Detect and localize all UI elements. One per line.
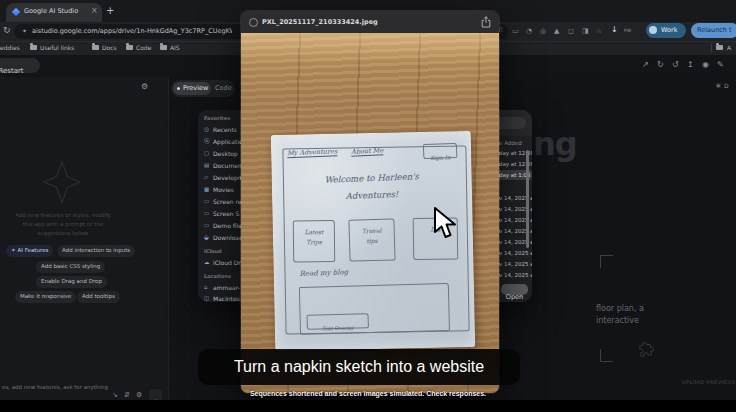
- sidebar-item-macintosh-hd[interactable]: Macintos: [213, 296, 240, 302]
- laptop-icon: ⌂: [204, 285, 208, 291]
- sidebar-item-screen-recordings[interactable]: Screen re: [213, 199, 242, 205]
- extension-icon[interactable]: ◨: [582, 28, 589, 35]
- share-icon[interactable]: [481, 16, 491, 28]
- open-button-label: Open: [506, 293, 523, 301]
- file-row-date[interactable]: v 14, 2025 at: [499, 251, 532, 257]
- site-icon: ✦: [22, 28, 27, 34]
- suggestion-label: Add tooltips: [82, 294, 115, 300]
- sidebar-item-screenshots[interactable]: Screen S: [213, 211, 239, 217]
- suggestion-label: Add basic CSS styling: [41, 264, 100, 270]
- desktop-icon: ▢: [204, 151, 209, 157]
- file-proxy-icon: [249, 18, 258, 27]
- upload-icon[interactable]: ↥: [687, 61, 694, 69]
- folder-icon: [92, 45, 99, 50]
- download-icon[interactable]: ↓: [611, 26, 618, 34]
- sidebar-item-desktop[interactable]: Desktop: [213, 151, 238, 157]
- new-tab-icon[interactable]: +: [106, 6, 114, 16]
- sidebar-item-movies[interactable]: Movies: [213, 187, 234, 193]
- github-icon[interactable]: ◉: [702, 61, 709, 69]
- active-dot-icon: [177, 87, 180, 90]
- bookmark-item[interactable]: Code: [136, 45, 151, 51]
- file-row-date[interactable]: v 14, 2025 at: [499, 262, 532, 268]
- card-label: tips: [350, 237, 394, 244]
- suggestion-chip[interactable]: Add tooltips: [77, 291, 120, 303]
- movies-icon: ▦: [204, 187, 209, 193]
- bookmarks-divider: [711, 43, 712, 52]
- sidebar-section-header: Locations: [204, 274, 231, 279]
- sketch-signin-label: Sign In: [430, 154, 450, 161]
- napkin: My Adventures About Me Sign In Welcome t…: [271, 131, 475, 351]
- sidebar-item-demo-files[interactable]: Demo file: [213, 223, 242, 229]
- sidebar-item-computer[interactable]: ammaar-: [213, 285, 240, 291]
- suggestion-chip[interactable]: Add basic CSS styling: [36, 261, 105, 273]
- extension-icon[interactable]: ☆: [596, 28, 602, 35]
- caption-title: Turn a napkin sketch into a website: [234, 358, 484, 375]
- suggestion-chip[interactable]: Make it responsive: [15, 291, 76, 303]
- sketch-blog-button-label: Text Overlay: [322, 325, 354, 332]
- sketch-nav-about-me: About Me: [351, 147, 383, 155]
- sidebar-item-icloud-drive[interactable]: iCloud Dr: [213, 260, 241, 266]
- sparkle-diamond-icon: [42, 160, 82, 204]
- applications-icon: Ⓐ: [204, 139, 210, 145]
- scrollbar[interactable]: [526, 150, 529, 248]
- folder-icon: ▭: [204, 199, 209, 205]
- sidebar-item-recents[interactable]: Recents: [213, 127, 237, 133]
- restart-button[interactable]: Restart: [0, 58, 40, 73]
- all-bookmarks-folder-icon[interactable]: [716, 45, 723, 50]
- extension-icon[interactable]: ▲: [554, 28, 559, 35]
- extension-icon[interactable]: ▭: [512, 28, 519, 35]
- empty-state-line: this app with a prompt or the: [2, 220, 124, 229]
- deploy-partial-label[interactable]: D: [724, 83, 729, 89]
- documents-icon: ▤: [204, 163, 209, 169]
- suggestion-chip[interactable]: Add interaction to inputs: [57, 245, 135, 257]
- empty-state-text: Add new features or styles, modify this …: [2, 211, 124, 237]
- sketch-signin-box: Sign In: [423, 143, 458, 159]
- pw-extension-icon[interactable]: PW: [624, 29, 631, 34]
- avatar: [649, 26, 657, 34]
- file-row-date[interactable]: v 14, 2025 at: [499, 273, 532, 279]
- bookmark-item[interactable]: Useful links: [40, 45, 74, 51]
- tab-close-icon[interactable]: ×: [91, 7, 98, 15]
- folder-icon: [160, 45, 167, 50]
- disk-icon: ◫: [204, 296, 209, 302]
- history-icon[interactable]: ↺: [672, 61, 679, 69]
- sketch-blog-box: Text Overlay: [299, 283, 450, 335]
- extension-icon[interactable]: ◎: [540, 28, 546, 35]
- selection-corner: [600, 255, 613, 268]
- bookmark-item[interactable]: AIS: [170, 45, 180, 51]
- url-text[interactable]: aistudio.google.com/apps/drive/1n-HnkGdA…: [32, 28, 232, 35]
- puzzle-icon: [635, 337, 658, 360]
- extension-icon[interactable]: ◔: [526, 28, 532, 35]
- development-icon: ▱: [204, 175, 208, 181]
- open-button[interactable]: Open: [501, 284, 528, 295]
- card-label: Trips: [294, 239, 334, 245]
- desk-light-band: [241, 33, 499, 65]
- letterbox-bar: [0, 400, 736, 412]
- modal-filename: PXL_20251117_210333424.jpeg: [262, 19, 378, 26]
- bookmark-item[interactable]: Docs: [102, 45, 117, 51]
- restart-label: Restart: [0, 67, 24, 75]
- suggestion-label: Make it responsive: [20, 294, 71, 300]
- chat-panel: [0, 77, 168, 400]
- upload-partial-label: UPLOAD PREVIOUS: [682, 380, 735, 385]
- suggestion-chip[interactable]: Enable Drag and Drop: [36, 276, 107, 288]
- suggestion-label: Add interaction to inputs: [62, 248, 130, 254]
- column-header-date-added[interactable]: e Added: [499, 141, 522, 147]
- edit-icon[interactable]: ✎: [717, 61, 724, 69]
- sidebar-item-development[interactable]: Developm: [213, 175, 244, 181]
- bookmark-item[interactable]: eddies: [0, 45, 20, 51]
- recents-icon: ◷: [204, 127, 209, 133]
- folder-icon: ▭: [204, 223, 209, 229]
- background-paragraph-line: floor plan, a: [596, 305, 644, 313]
- share-icon[interactable]: ↗: [642, 61, 649, 69]
- extension-icon[interactable]: ◻: [568, 28, 574, 35]
- ai-features-label: AI Features: [18, 248, 49, 254]
- sync-icon[interactable]: ↻: [657, 61, 664, 69]
- preview-modal: PXL_20251117_210333424.jpeg My Adventure…: [240, 10, 500, 394]
- reload-icon[interactable]: ↻: [3, 26, 11, 35]
- bookmark-item[interactable]: A: [727, 45, 731, 51]
- tab-code[interactable]: Code: [215, 85, 232, 92]
- mouse-cursor: [432, 206, 458, 240]
- gear-icon[interactable]: ⚙: [141, 83, 148, 91]
- ai-features-button[interactable]: ✦ AI Features: [6, 245, 53, 257]
